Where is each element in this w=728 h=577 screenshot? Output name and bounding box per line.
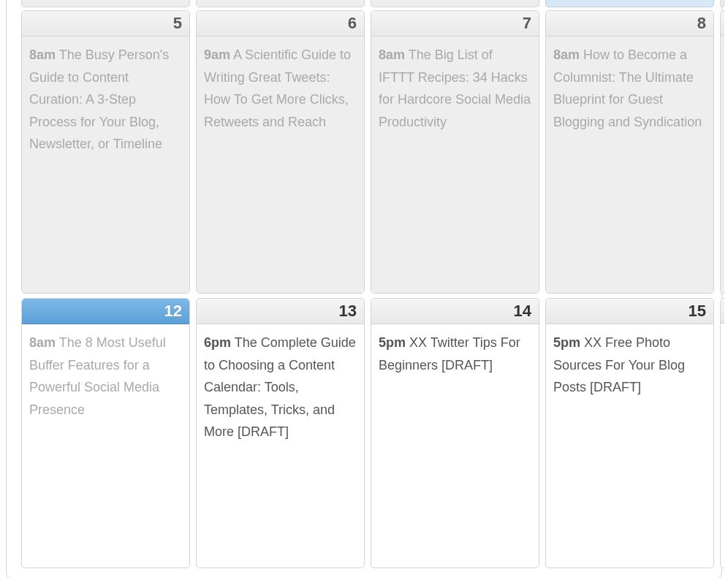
day-number: 6 xyxy=(197,11,364,37)
stub-cell xyxy=(545,0,714,7)
day-body: 8am The 8 Most Useful Buffer Features fo… xyxy=(22,324,189,568)
calendar-day-cell-partial xyxy=(720,10,724,294)
day-body xyxy=(721,324,724,568)
event-time: 5pm xyxy=(553,335,580,350)
event-time: 8am xyxy=(29,335,56,350)
calendar-day-cell[interactable]: 7 8am The Big List of IFTTT Recipes: 34 … xyxy=(371,10,539,294)
calendar-container: 5 8am The Busy Person's Guide to Content… xyxy=(6,0,722,577)
calendar-event[interactable]: 8am How to Become a Columnist: The Ultim… xyxy=(553,44,706,133)
event-title: The Busy Person's Guide to Content Curat… xyxy=(29,47,169,151)
day-body: 5pm XX Twitter Tips For Beginners [DRAFT… xyxy=(371,324,539,568)
calendar-grid: 5 8am The Busy Person's Guide to Content… xyxy=(7,0,721,568)
day-body: 8am The Big List of IFTTT Recipes: 34 Ha… xyxy=(371,37,539,293)
stub-cell-partial xyxy=(720,0,724,7)
calendar-day-cell[interactable]: 12 8am The 8 Most Useful Buffer Features… xyxy=(21,298,190,568)
day-number: 5 xyxy=(22,11,189,37)
event-time: 8am xyxy=(29,47,56,62)
stub-cell xyxy=(196,0,365,7)
previous-row-stubs xyxy=(21,0,707,7)
calendar-event[interactable]: 6pm The Complete Guide to Choosing a Con… xyxy=(204,332,357,443)
day-number: 14 xyxy=(371,299,539,324)
day-body: 8am How to Become a Columnist: The Ultim… xyxy=(546,37,713,293)
day-body: 8am The Busy Person's Guide to Content C… xyxy=(22,37,189,293)
stub-cell xyxy=(21,0,190,7)
calendar-event[interactable]: 9am A Scientific Guide to Writing Great … xyxy=(204,44,357,133)
day-number: 7 xyxy=(371,11,539,37)
day-body: 6pm The Complete Guide to Choosing a Con… xyxy=(197,324,364,568)
stub-cell xyxy=(371,0,539,7)
event-time: 8am xyxy=(553,47,580,62)
calendar-day-cell[interactable]: 6 9am A Scientific Guide to Writing Grea… xyxy=(196,10,365,294)
day-body: 5pm XX Free Photo Sources For Your Blog … xyxy=(546,324,713,568)
day-number: 15 xyxy=(546,299,713,324)
event-time: 8am xyxy=(379,47,405,62)
event-time: 9am xyxy=(204,47,230,62)
event-time: 5pm xyxy=(379,335,406,350)
day-body xyxy=(721,36,724,293)
calendar-event[interactable]: 5pm XX Twitter Tips For Beginners [DRAFT… xyxy=(379,332,531,376)
day-number-partial xyxy=(721,11,724,36)
calendar-event[interactable]: 8am The Busy Person's Guide to Content C… xyxy=(29,44,182,156)
calendar-day-cell[interactable]: 8 8am How to Become a Columnist: The Ult… xyxy=(545,10,714,294)
day-number: 13 xyxy=(197,299,364,324)
event-time: 6pm xyxy=(204,335,231,350)
calendar-week-row: 12 8am The 8 Most Useful Buffer Features… xyxy=(21,298,707,568)
event-title: The Complete Guide to Choosing a Content… xyxy=(204,335,356,439)
calendar-day-cell[interactable]: 5 8am The Busy Person's Guide to Content… xyxy=(21,10,190,294)
calendar-event[interactable]: 8am The 8 Most Useful Buffer Features fo… xyxy=(29,332,182,421)
calendar-day-cell[interactable]: 15 5pm XX Free Photo Sources For Your Bl… xyxy=(545,298,714,568)
day-number: 12 xyxy=(22,299,189,324)
calendar-event[interactable]: 8am The Big List of IFTTT Recipes: 34 Ha… xyxy=(379,44,531,133)
calendar-day-cell[interactable]: 14 5pm XX Twitter Tips For Beginners [DR… xyxy=(371,298,539,568)
calendar-week-row: 5 8am The Busy Person's Guide to Content… xyxy=(21,10,707,294)
day-number-partial xyxy=(721,299,724,324)
day-body: 9am A Scientific Guide to Writing Great … xyxy=(197,37,364,293)
calendar-day-cell[interactable]: 13 6pm The Complete Guide to Choosing a … xyxy=(196,298,365,568)
day-number: 8 xyxy=(546,11,713,37)
calendar-event[interactable]: 5pm XX Free Photo Sources For Your Blog … xyxy=(553,332,706,399)
calendar-day-cell-partial xyxy=(720,298,724,568)
